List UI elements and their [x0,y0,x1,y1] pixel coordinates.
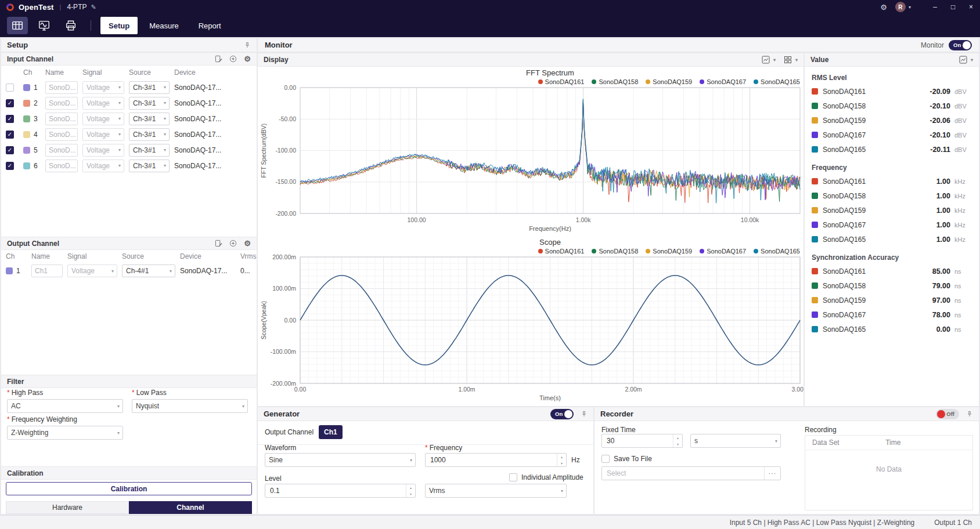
minimize-button[interactable]: – [926,0,944,14]
individual-amplitude-checkbox[interactable] [509,473,517,481]
legend-series-name: SonoDAQ167 [707,248,746,255]
measurement-unit: kHz [954,178,972,185]
low-pass-label: Low Pass [132,389,167,397]
channel-settings-gear-icon[interactable]: ⚙ [244,55,251,63]
chart-type-dropdown[interactable]: ▾ [762,56,776,64]
source-select[interactable]: Ch-3#1▾ [129,128,170,141]
add-channel-icon[interactable] [229,240,237,247]
stepper-down-icon[interactable]: ▾ [557,460,566,466]
source-select[interactable]: Ch-3#1▾ [129,81,170,94]
channel-enable-checkbox[interactable] [6,84,14,92]
source-select[interactable]: Ch-4#1▾ [122,264,175,277]
frequency-stepper[interactable]: ▴ ▾ [557,454,566,466]
channel-settings-gear-icon[interactable]: ⚙ [244,240,251,247]
legend-item[interactable]: SonoDAQ167 [700,248,746,255]
frequency-weighting-select[interactable]: Z-Weighting ▾ [7,426,123,440]
avatar[interactable]: R [895,2,906,12]
legend-item[interactable]: SonoDAQ158 [592,248,638,255]
chart-trend-icon [762,56,770,64]
level-unit-select[interactable]: Vrms ▾ [425,484,567,498]
generator-toggle[interactable]: On [550,409,574,419]
nav-channel-grid-icon-button[interactable] [7,17,28,34]
close-button[interactable]: × [962,0,980,14]
browse-file-button[interactable]: ··· [764,467,780,480]
value-chart-dropdown[interactable]: ▾ [959,56,973,64]
layout-grid-dropdown[interactable]: ▾ [784,56,798,64]
stepper-up-icon[interactable]: ▴ [406,484,415,491]
signal-select[interactable]: Voltage▾ [82,81,124,94]
nav-tab-setup[interactable]: Setup [100,17,138,34]
source-select[interactable]: Ch-3#1▾ [129,144,170,157]
nav-printer-icon-button[interactable] [60,17,81,34]
channel-name-input[interactable]: SonoD... [45,144,78,157]
calibration-button[interactable]: Calibration [6,482,252,495]
signal-select[interactable]: Voltage▾ [82,160,124,172]
source-select[interactable]: Ch-3#1▾ [129,97,170,110]
legend-item[interactable]: SonoDAQ167 [700,78,746,85]
low-pass-select[interactable]: Nyquist ▾ [132,399,248,413]
signal-select[interactable]: Voltage▾ [82,113,124,125]
fixed-time-stepper[interactable]: ▴ ▾ [673,434,682,447]
channel-name-input[interactable]: SonoD... [45,97,78,110]
measurement-value: 1.00 [936,235,950,244]
source-select[interactable]: Ch-3#1▾ [129,160,170,172]
channel-name-input[interactable]: SonoD... [45,81,78,94]
stepper-down-icon[interactable]: ▾ [406,491,415,497]
legend-item[interactable]: SonoDAQ165 [754,78,800,85]
legend-item[interactable]: SonoDAQ159 [646,248,692,255]
frequency-input[interactable]: 1000 ▴ ▾ [425,453,567,467]
edit-project-icon[interactable]: ✎ [91,3,96,11]
stepper-up-icon[interactable]: ▴ [673,434,682,441]
channel-enable-checkbox[interactable]: ✓ [6,146,14,154]
channel-button[interactable]: Channel [129,501,252,514]
signal-select[interactable]: Voltage▾ [82,97,124,110]
save-to-file-checkbox[interactable] [601,455,610,463]
time-unit-select[interactable]: s ▾ [690,434,781,448]
high-pass-select[interactable]: AC ▾ [7,399,123,413]
channel-enable-checkbox[interactable]: ✓ [6,162,14,170]
recorder-toggle[interactable]: Off [936,409,959,419]
level-stepper[interactable]: ▴ ▾ [406,484,415,497]
channel-name-input[interactable]: Ch1 [31,264,63,277]
channel-name-input[interactable]: SonoD... [45,113,78,125]
nav-tab-measure[interactable]: Measure [141,17,187,34]
column-header: Source [122,252,180,260]
legend-item[interactable]: SonoDAQ165 [754,248,800,255]
nav-scope-icon-button[interactable] [34,17,55,34]
avatar-caret-icon[interactable]: ▾ [909,5,911,10]
signal-select[interactable]: Voltage▾ [82,144,124,157]
edit-channels-icon[interactable] [215,55,222,63]
channel-enable-checkbox[interactable]: ✓ [6,131,14,139]
channel-name-input[interactable]: SonoD... [45,160,78,172]
hardware-button[interactable]: Hardware [6,501,129,514]
maximize-button[interactable]: □ [944,0,962,14]
value-row: SonoDAQ15879.00ns [805,278,979,293]
series-color-swatch [812,132,818,138]
add-channel-icon[interactable] [229,55,237,63]
legend-item[interactable]: SonoDAQ158 [592,78,638,85]
nav-tab-report[interactable]: Report [190,17,229,34]
channel-name-input[interactable]: SonoD... [45,128,78,141]
channel-enable-checkbox[interactable]: ✓ [6,115,14,123]
legend-item[interactable]: SonoDAQ159 [646,78,692,85]
pin-icon[interactable] [581,411,588,418]
stepper-up-icon[interactable]: ▴ [557,454,566,460]
source-select[interactable]: Ch-3#1▾ [129,113,170,125]
pin-icon[interactable] [244,42,251,49]
input-table-header-row: ChNameSignalSourceDevice [1,66,257,79]
legend-item[interactable]: SonoDAQ161 [538,78,585,85]
monitor-toggle[interactable]: On [949,40,972,50]
waveform-select[interactable]: Sine ▾ [265,453,416,467]
channel-enable-checkbox[interactable]: ✓ [6,99,14,107]
fixed-time-input[interactable]: 30 ▴ ▾ [601,434,683,448]
pin-icon[interactable] [966,411,973,418]
legend-item[interactable]: SonoDAQ161 [538,248,585,255]
level-input[interactable]: 0.1 ▴ ▾ [265,484,416,498]
stepper-down-icon[interactable]: ▾ [673,441,682,447]
edit-channels-icon[interactable] [215,240,222,247]
generator-ch1-button[interactable]: Ch1 [319,425,343,439]
signal-select[interactable]: Voltage▾ [82,128,124,141]
settings-gear-icon[interactable]: ⚙ [880,3,887,12]
signal-select[interactable]: Voltage▾ [67,264,117,277]
save-file-input[interactable]: Select ··· [601,466,781,480]
